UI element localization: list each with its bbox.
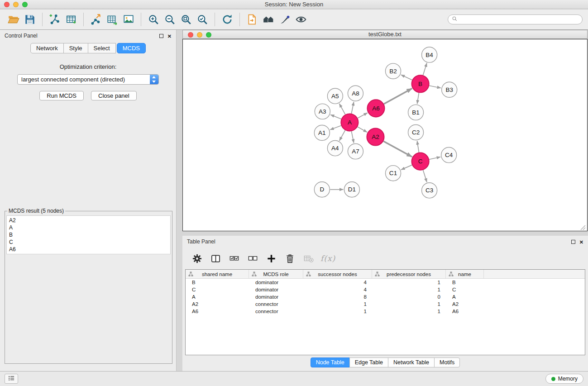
export-image-icon[interactable] <box>120 12 137 27</box>
import-network-icon[interactable] <box>47 12 63 27</box>
task-history-button[interactable] <box>5 374 18 384</box>
edge-A-A8[interactable] <box>351 102 354 114</box>
column-header-successor-nodes[interactable]: successor nodes <box>303 270 372 278</box>
node-C2[interactable]: C2 <box>408 124 424 140</box>
eye-icon[interactable] <box>293 12 309 27</box>
close-panel-icon[interactable] <box>167 33 172 38</box>
delete-row-icon[interactable] <box>283 252 296 265</box>
table-cell[interactable]: dominator <box>249 280 303 285</box>
table-cell[interactable]: A6 <box>446 309 484 314</box>
column-header-predecessor-nodes[interactable]: predecessor nodes <box>372 270 446 278</box>
table-cell[interactable]: A6 <box>186 309 249 314</box>
edge-A-A3[interactable] <box>330 114 341 119</box>
table-row[interactable]: Bdominator41B <box>186 279 585 286</box>
resize-grip-icon[interactable] <box>581 225 585 230</box>
node-A8[interactable]: A8 <box>348 86 363 101</box>
settings-gear-icon[interactable] <box>191 252 203 265</box>
table-cell[interactable]: A <box>186 294 249 300</box>
table-cell[interactable]: dominator <box>249 287 303 292</box>
export-table-icon[interactable] <box>104 12 120 27</box>
table-cell[interactable]: 4 <box>303 287 372 292</box>
network-zoom-icon[interactable] <box>206 32 211 38</box>
table-cell[interactable]: 4 <box>303 280 372 285</box>
edge-B-B4[interactable] <box>423 63 427 75</box>
network-canvas[interactable]: B4B2BB3A5A8A6B1A3AC2A1A2A4A7C4CC1C3DD1 <box>182 39 588 231</box>
node-C[interactable]: C <box>412 153 429 170</box>
table-cell[interactable]: 8 <box>303 294 372 300</box>
node-C4[interactable]: C4 <box>441 148 457 163</box>
mcds-result-item[interactable]: C <box>9 238 168 246</box>
table-cell[interactable]: connector <box>249 301 303 307</box>
tab-mcds[interactable]: MCDS <box>117 43 146 53</box>
table-cell[interactable]: B <box>186 280 249 285</box>
run-mcds-button[interactable]: Run MCDS <box>39 91 84 100</box>
tab-edge-table[interactable]: Edge Table <box>349 357 388 367</box>
open-file-icon[interactable] <box>5 12 22 27</box>
node-A7[interactable]: A7 <box>348 144 363 159</box>
edge-A2-C[interactable] <box>383 141 412 157</box>
refresh-icon[interactable] <box>219 12 235 27</box>
network-window-titlebar[interactable]: testGlobe.txt <box>182 30 588 39</box>
node-A[interactable]: A <box>341 114 358 131</box>
table-cell[interactable]: 0 <box>372 294 446 300</box>
edge-A-A6[interactable] <box>358 113 368 118</box>
zoom-out-icon[interactable] <box>162 12 178 27</box>
save-session-icon[interactable] <box>22 12 38 27</box>
minimize-window-icon[interactable] <box>13 2 19 7</box>
tab-select[interactable]: Select <box>88 43 116 53</box>
zoom-fit-icon[interactable] <box>178 12 194 27</box>
node-A4[interactable]: A4 <box>327 141 343 156</box>
search-box[interactable] <box>448 14 583 24</box>
import-table-icon[interactable] <box>63 12 79 27</box>
node-B[interactable]: B <box>412 75 429 92</box>
tab-style[interactable]: Style <box>63 43 88 53</box>
table-cell[interactable]: 1 <box>372 280 446 285</box>
search-input[interactable] <box>460 16 578 23</box>
mcds-result-list[interactable]: A2ABCA6 <box>6 215 171 254</box>
node-B3[interactable]: B3 <box>442 82 457 97</box>
edge-A-A7[interactable] <box>351 131 354 143</box>
table-row[interactable]: Adominator80A <box>186 293 585 300</box>
close-table-panel-icon[interactable] <box>579 239 583 244</box>
edge-A-A2[interactable] <box>358 127 367 132</box>
export-network-icon[interactable] <box>88 12 104 27</box>
table-cell[interactable]: dominator <box>249 294 303 300</box>
node-B1[interactable]: B1 <box>408 105 424 120</box>
mcds-result-item[interactable]: A <box>9 224 168 231</box>
network-graph[interactable]: B4B2BB3A5A8A6B1A3AC2A1A2A4A7C4CC1C3DD1 <box>183 39 587 231</box>
float-table-panel-icon[interactable] <box>571 240 575 244</box>
zoom-in-icon[interactable] <box>145 12 162 27</box>
table-cell[interactable]: A2 <box>446 301 484 307</box>
node-D1[interactable]: D1 <box>344 182 359 197</box>
table-cell[interactable]: C <box>446 287 484 292</box>
table-row[interactable]: A2connector11A2 <box>186 300 585 308</box>
column-header-MCDS-role[interactable]: MCDS role <box>249 270 303 278</box>
edge-C-C3[interactable] <box>423 170 427 182</box>
edge-A6-B[interactable] <box>384 88 412 104</box>
node-D[interactable]: D <box>314 182 330 197</box>
node-A1[interactable]: A1 <box>314 125 330 140</box>
float-panel-icon[interactable] <box>159 34 163 38</box>
select-all-icon[interactable] <box>228 252 240 265</box>
criterion-dropdown[interactable]: largest connected component (directed) <box>17 74 159 85</box>
close-panel-button[interactable]: Close panel <box>91 91 137 100</box>
deselect-all-icon[interactable] <box>246 252 259 265</box>
add-row-icon[interactable] <box>265 252 277 265</box>
table-cell[interactable]: connector <box>249 309 303 314</box>
edge-A-A4[interactable] <box>339 130 345 141</box>
table-row[interactable]: A6connector11A6 <box>186 308 585 315</box>
node-B4[interactable]: B4 <box>422 47 437 62</box>
table-cell[interactable]: 1 <box>372 309 446 314</box>
edge-B-B3[interactable] <box>429 86 441 88</box>
mcds-result-item[interactable]: B <box>9 231 168 238</box>
table-cell[interactable]: 1 <box>303 309 372 314</box>
node-A2[interactable]: A2 <box>367 128 384 145</box>
node-C3[interactable]: C3 <box>422 183 437 198</box>
table-cell[interactable]: B <box>446 280 484 285</box>
style-brush-icon[interactable] <box>277 12 293 27</box>
edge-A-A1[interactable] <box>330 126 341 130</box>
node-A6[interactable]: A6 <box>367 100 384 117</box>
network-minimize-icon[interactable] <box>197 32 202 38</box>
paste-icon[interactable] <box>244 12 260 27</box>
table-cell[interactable]: A <box>446 294 484 300</box>
